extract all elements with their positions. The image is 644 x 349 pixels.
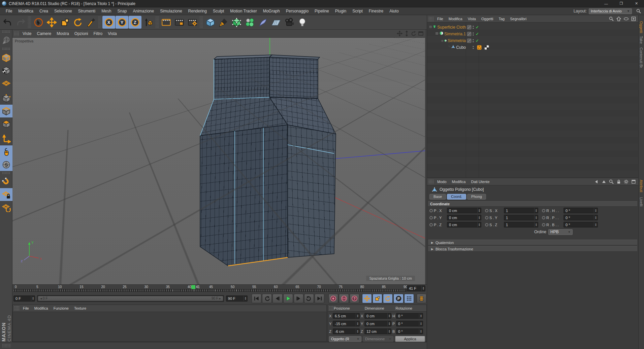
panel-icon[interactable] bbox=[631, 179, 636, 184]
attribute-input-1-2-value[interactable]: 0 ° bbox=[564, 215, 594, 220]
dim-input-1[interactable]: 0 cm▲▼ bbox=[364, 321, 391, 326]
menu-mesh[interactable]: Mesh bbox=[98, 9, 114, 13]
current-frame-value[interactable]: 41 F bbox=[407, 286, 421, 291]
frame-ruler[interactable]: 05101520253035404550556065707580859041 bbox=[13, 285, 407, 292]
frame-label-30[interactable]: 30 bbox=[144, 285, 148, 289]
fold-blocca-trasformazione[interactable]: ▶Blocca Trasformazione bbox=[428, 246, 637, 252]
rot-input-0-value[interactable]: 0 ° bbox=[396, 313, 419, 318]
stepper-icon[interactable]: ▲▼ bbox=[356, 321, 359, 326]
panel-grip[interactable] bbox=[428, 179, 434, 184]
attribute-input-1-2[interactable]: 0 °▲▼ bbox=[564, 215, 598, 220]
tweak-mode-button[interactable] bbox=[0, 145, 12, 158]
attribute-input-2-0-value[interactable]: 0 cm bbox=[447, 222, 477, 227]
enable-snap-button[interactable]: S bbox=[0, 158, 12, 171]
rotate-button[interactable] bbox=[71, 16, 84, 29]
move-button[interactable] bbox=[45, 16, 58, 29]
stepper-icon[interactable]: ▲▼ bbox=[594, 222, 598, 227]
viewport-menu-viste[interactable]: Viste bbox=[20, 31, 34, 36]
material-list-empty[interactable] bbox=[13, 312, 326, 342]
range-thumb[interactable]: ◂ 0 F90 F ▸ bbox=[38, 296, 223, 301]
filter-eye-icon[interactable] bbox=[623, 16, 629, 22]
render-view-button[interactable] bbox=[160, 16, 172, 29]
menu-pipeline[interactable]: Pipeline bbox=[312, 9, 332, 13]
material-menu-modifica[interactable]: Modifica bbox=[32, 306, 51, 310]
viewport-zoom-icon[interactable] bbox=[404, 31, 410, 36]
panel-grip[interactable] bbox=[14, 306, 20, 311]
layer-icon[interactable] bbox=[466, 31, 472, 37]
keyframe-ring-icon[interactable] bbox=[429, 209, 433, 212]
edges-mode-button[interactable] bbox=[0, 105, 12, 117]
snap-settings-button[interactable] bbox=[0, 175, 12, 188]
modeling-objects-button[interactable] bbox=[243, 16, 256, 29]
frame-label-50[interactable]: 50 bbox=[231, 285, 234, 289]
keyframe-ring-icon[interactable] bbox=[542, 209, 545, 212]
menu-rendering[interactable]: Rendering bbox=[185, 9, 210, 13]
frame-label-70[interactable]: 70 bbox=[317, 285, 321, 289]
deformers-button[interactable] bbox=[256, 16, 269, 29]
frame-label-40[interactable]: 40 bbox=[188, 285, 191, 289]
render-settings-button[interactable] bbox=[186, 16, 199, 29]
keyframe-ring-icon[interactable] bbox=[542, 223, 545, 226]
attribute-menu-modifica[interactable]: Modifica bbox=[449, 180, 469, 184]
undo-button[interactable] bbox=[1, 16, 14, 29]
frame-label-45[interactable]: 45 bbox=[209, 285, 213, 289]
goto-end-button[interactable] bbox=[315, 294, 324, 303]
viewport-menu-camere[interactable]: Camere bbox=[34, 31, 54, 36]
attribute-input-0-0-value[interactable]: 0 cm bbox=[447, 208, 477, 213]
attribute-input-1-0[interactable]: 0 cm▲▼ bbox=[447, 215, 481, 220]
stepper-icon[interactable]: ▲▼ bbox=[387, 329, 391, 334]
key-position-button[interactable] bbox=[362, 294, 372, 303]
attribute-menu-dati-utente[interactable]: Dati Utente bbox=[469, 180, 492, 184]
back-icon[interactable] bbox=[594, 179, 599, 184]
menu-motion-tracker[interactable]: Motion Tracker bbox=[227, 9, 260, 13]
keyframe-ring-icon[interactable] bbox=[429, 216, 433, 219]
tab-base[interactable]: Base bbox=[429, 194, 446, 200]
lock-z-axis-button[interactable]: Z bbox=[129, 16, 141, 29]
tab-phong[interactable]: Phong bbox=[467, 194, 486, 200]
menu-finestre[interactable]: Finestre bbox=[366, 9, 386, 13]
stepper-icon[interactable]: ▲▼ bbox=[534, 222, 538, 227]
menu-sculpt[interactable]: Sculpt bbox=[210, 9, 227, 13]
workplane-modes-button[interactable] bbox=[0, 201, 12, 214]
range-end-field-value[interactable]: 90 F bbox=[226, 296, 244, 301]
frame-label-10[interactable]: 10 bbox=[58, 285, 62, 289]
enabled-check-icon[interactable]: ✓ bbox=[476, 25, 479, 30]
stepper-icon[interactable]: ▲▼ bbox=[419, 321, 423, 326]
pos-input-1[interactable]: -15 cm▲▼ bbox=[333, 321, 360, 326]
scale-button[interactable] bbox=[58, 16, 71, 29]
range-start-field-value[interactable]: 0 F bbox=[14, 296, 31, 301]
attribute-input-1-1[interactable]: 1▲▼ bbox=[504, 215, 538, 220]
menu-aiuto[interactable]: Aiuto bbox=[386, 9, 401, 13]
attribute-input-2-2[interactable]: 0 °▲▼ bbox=[564, 222, 598, 228]
pos-input-2-value[interactable]: -6 cm bbox=[333, 329, 356, 334]
frame-label-25[interactable]: 25 bbox=[123, 285, 127, 289]
path-up-icon[interactable] bbox=[616, 16, 621, 22]
frame-label-20[interactable]: 20 bbox=[101, 285, 105, 289]
attribute-input-1-1-value[interactable]: 1 bbox=[504, 215, 534, 220]
polygons-mode-button[interactable] bbox=[0, 117, 12, 130]
dock-tab-contenuti-browser[interactable]: Contenuti Browser bbox=[639, 47, 643, 68]
autokeying-button[interactable] bbox=[339, 294, 349, 303]
stepper-icon[interactable]: ▲▼ bbox=[477, 222, 481, 227]
gear-icon[interactable] bbox=[623, 179, 629, 184]
dim-input-2-value[interactable]: 12 cm bbox=[365, 329, 387, 334]
attribute-menu-modo[interactable]: Modo bbox=[434, 180, 449, 184]
menu-snap[interactable]: Snap bbox=[114, 9, 130, 13]
key-scale-button[interactable] bbox=[373, 294, 382, 303]
play-forwards-button[interactable] bbox=[283, 294, 293, 303]
panel-grip[interactable] bbox=[2, 47, 10, 50]
attribute-input-0-1[interactable]: 1▲▼ bbox=[504, 208, 538, 213]
object-tree[interactable]: Superficie Cloth✓Simmetria.1✓Simmetria✓C… bbox=[427, 23, 638, 178]
menu-plugin[interactable]: Plugin bbox=[332, 9, 349, 13]
viewport-rotate-icon[interactable] bbox=[411, 31, 417, 36]
next-frame-button[interactable] bbox=[294, 294, 303, 303]
menu-personaggio[interactable]: Personaggio bbox=[283, 9, 312, 13]
stepper-icon[interactable]: ▲▼ bbox=[534, 208, 538, 213]
coordinate-section-header[interactable]: Coordinate bbox=[428, 201, 637, 207]
stepper-icon[interactable]: ▲▼ bbox=[387, 313, 391, 318]
live-selection-button[interactable] bbox=[32, 16, 45, 29]
point-selection-tag-icon[interactable] bbox=[477, 45, 482, 50]
search-icon[interactable] bbox=[609, 16, 614, 22]
record-keyframe-button[interactable] bbox=[328, 294, 338, 303]
enabled-check-icon[interactable]: ✓ bbox=[476, 38, 479, 43]
